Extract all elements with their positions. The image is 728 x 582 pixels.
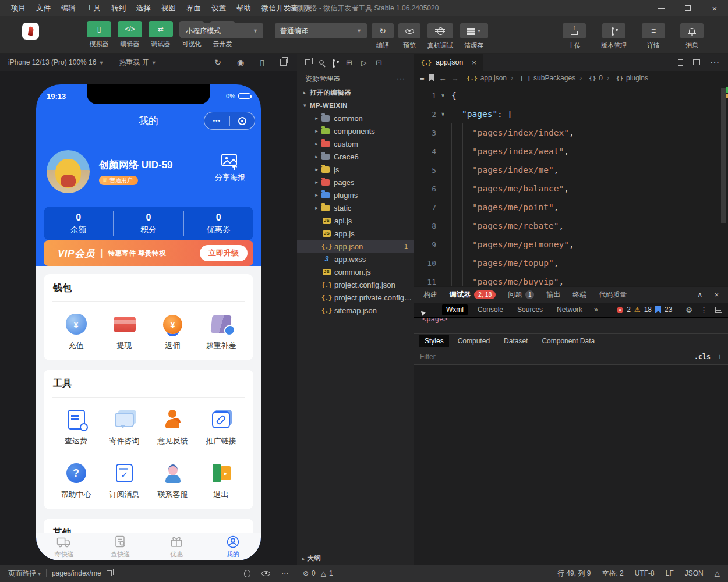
stat-item[interactable]: 0 优惠券 bbox=[183, 211, 253, 236]
menu-item[interactable]: 转到 bbox=[106, 0, 131, 16]
minimize-button[interactable] bbox=[648, 0, 674, 16]
mode-button[interactable]: ▯ 模拟器 bbox=[86, 21, 112, 48]
file-row[interactable]: app.json 1 bbox=[297, 240, 414, 253]
device-select[interactable]: iPhone 12/13 (Pro) 100% 16▼ bbox=[8, 58, 104, 66]
record-icon[interactable]: ◉ bbox=[237, 58, 244, 67]
mode-button[interactable]: </> 编辑器 bbox=[117, 21, 143, 48]
outline-icon[interactable]: ≡ bbox=[420, 74, 425, 83]
search-icon[interactable] bbox=[319, 60, 324, 65]
debug-tab[interactable]: 问题 1 bbox=[508, 290, 534, 300]
devtools-tab[interactable]: Wxml bbox=[442, 304, 468, 315]
grid-item[interactable]: 联系客服 bbox=[149, 453, 197, 507]
folder-row[interactable]: ▸ pages bbox=[297, 176, 414, 189]
devtools-tab[interactable]: Console bbox=[473, 304, 507, 315]
breadcrumb-item[interactable]: {.} app.json bbox=[467, 74, 507, 82]
grid-item[interactable]: 意见反馈 bbox=[149, 400, 197, 453]
folder-row[interactable]: ▸ common bbox=[297, 112, 414, 125]
phone-icon[interactable]: ▯ bbox=[260, 58, 264, 67]
grid-item[interactable]: 超重补差 bbox=[197, 304, 245, 358]
bug-icon[interactable] bbox=[244, 570, 250, 577]
close-button[interactable]: × bbox=[701, 0, 728, 16]
avatar[interactable] bbox=[22, 23, 39, 40]
breadcrumb-item[interactable]: {} plugins bbox=[603, 74, 648, 82]
maximize-button[interactable] bbox=[674, 0, 701, 16]
code-line[interactable]: 11 "pages/me/buyvip", bbox=[414, 272, 728, 286]
code-line[interactable]: 1 ∨ { bbox=[414, 86, 728, 105]
outline-section[interactable]: ▸ 大纲 bbox=[297, 552, 414, 565]
file-row[interactable]: api.js bbox=[297, 214, 414, 227]
run-debug-icon[interactable]: ▷ bbox=[361, 58, 367, 67]
file-row[interactable]: common.js bbox=[297, 265, 414, 278]
fold-icon[interactable]: ∨ bbox=[438, 93, 448, 98]
grid-item[interactable]: 充值 bbox=[52, 304, 100, 358]
menu-item[interactable]: 视图 bbox=[156, 0, 181, 16]
debug-tab[interactable]: 代码质量 bbox=[599, 290, 627, 300]
menu-item[interactable]: 文件 bbox=[31, 0, 56, 16]
debug-tab[interactable]: 终端 bbox=[572, 290, 586, 300]
eye-icon[interactable] bbox=[261, 571, 270, 576]
debug-tab[interactable]: 输出 bbox=[546, 290, 560, 300]
devtools-tab[interactable]: Sources bbox=[513, 304, 547, 315]
filter-input[interactable] bbox=[420, 353, 694, 361]
open-preview-icon[interactable] bbox=[678, 59, 683, 66]
code-line[interactable]: 10 "pages/me/topup", bbox=[414, 254, 728, 272]
menu-item[interactable]: 项目 bbox=[6, 0, 31, 16]
fold-icon[interactable]: ∨ bbox=[438, 111, 448, 117]
breadcrumb-item[interactable]: {} 0 bbox=[575, 74, 603, 82]
upload-button[interactable]: 上传 bbox=[563, 23, 586, 50]
copy-icon[interactable] bbox=[107, 570, 112, 576]
tab-coupons[interactable]: 优惠 bbox=[149, 533, 205, 560]
page-path-select[interactable]: 页面路径 ▾ bbox=[8, 569, 41, 579]
details-button[interactable]: ≡详情 bbox=[642, 23, 665, 50]
share-poster-button[interactable]: 分享海报 bbox=[207, 153, 253, 183]
editor-tab[interactable]: {.} app.json × bbox=[414, 54, 483, 71]
file-row[interactable]: project.private.config.js... bbox=[297, 291, 414, 304]
styles-tab[interactable]: Computed bbox=[453, 335, 495, 347]
menu-item[interactable]: 编辑 bbox=[56, 0, 81, 16]
refresh-icon[interactable]: ↻ bbox=[214, 58, 221, 67]
forward-icon[interactable]: → bbox=[451, 74, 459, 83]
code-line[interactable]: 5 "pages/index/me", bbox=[414, 161, 728, 179]
folder-row[interactable]: ▸ custom bbox=[297, 137, 414, 150]
devtools-tab[interactable]: Network bbox=[553, 304, 586, 315]
vip-upgrade-button[interactable]: 立即升级 bbox=[200, 245, 248, 261]
stat-item[interactable]: 0 积分 bbox=[113, 211, 183, 236]
file-row[interactable]: project.config.json bbox=[297, 278, 414, 291]
stat-item[interactable]: 0 余额 bbox=[44, 211, 113, 236]
menu-item[interactable]: 界面 bbox=[181, 0, 206, 16]
more-icon[interactable] bbox=[204, 118, 229, 124]
project-root[interactable]: ▾ MP-WEIXIN bbox=[297, 99, 414, 112]
multi-window-icon[interactable] bbox=[280, 59, 287, 66]
menu-item[interactable]: 工具 bbox=[81, 0, 106, 16]
encoding[interactable]: UTF-8 bbox=[635, 569, 655, 577]
folder-row[interactable]: ▸ plugins bbox=[297, 189, 414, 201]
grid-item[interactable]: 订阅消息 bbox=[100, 453, 149, 507]
grid-item[interactable]: 退出 bbox=[197, 453, 245, 507]
grid-item[interactable]: 提现 bbox=[100, 304, 149, 358]
grid-item[interactable]: 推广链接 bbox=[197, 400, 245, 453]
mode-button[interactable]: ⇄ 调试器 bbox=[148, 21, 174, 48]
version-control-button[interactable]: 版本管理 bbox=[601, 23, 627, 50]
file-row[interactable]: app.wxss bbox=[297, 253, 414, 265]
clear-cache-button[interactable]: ▼清缓存 bbox=[460, 23, 488, 50]
more-actions-icon[interactable]: ··· bbox=[397, 74, 405, 83]
tab-track-express[interactable]: 查快递 bbox=[93, 533, 149, 560]
messages-button[interactable]: 消息 bbox=[680, 23, 704, 50]
menu-item[interactable]: 设置 bbox=[206, 0, 231, 16]
avatar[interactable] bbox=[47, 150, 90, 193]
eol[interactable]: LF bbox=[666, 569, 674, 577]
elements-tree[interactable]: <page> bbox=[414, 318, 728, 333]
close-icon[interactable]: × bbox=[714, 290, 719, 299]
code-editor[interactable]: 1 ∨ { 2 ∨ "pages": [ 3 "pages/index/inde… bbox=[414, 85, 728, 286]
more-actions-icon[interactable]: ⋯ bbox=[710, 57, 720, 68]
grid-item[interactable]: 寄件咨询 bbox=[100, 400, 149, 453]
styles-tab[interactable]: Styles bbox=[419, 335, 449, 347]
code-line[interactable]: 6 "pages/me/balance", bbox=[414, 179, 728, 198]
code-line[interactable]: 7 "pages/me/point", bbox=[414, 198, 728, 217]
split-editor-icon[interactable] bbox=[693, 59, 700, 65]
warning-count[interactable]: 18 bbox=[644, 306, 652, 314]
folder-row[interactable]: ▸ components bbox=[297, 125, 414, 137]
styles-tab[interactable]: Dataset bbox=[499, 335, 533, 347]
errors-icon[interactable]: ⊘ bbox=[303, 569, 309, 577]
back-icon[interactable]: ← bbox=[439, 74, 447, 83]
